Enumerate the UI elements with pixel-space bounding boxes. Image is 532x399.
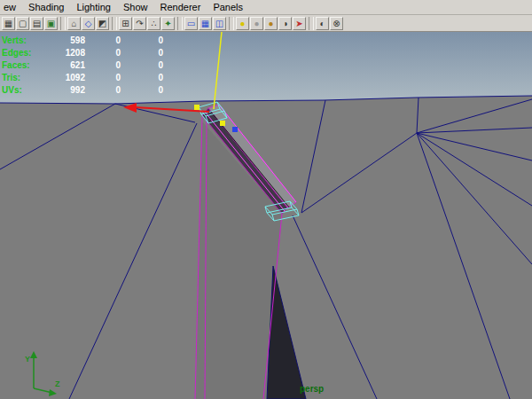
menu-lighting[interactable]: Lighting bbox=[76, 2, 111, 12]
hud-value: 0 bbox=[121, 72, 163, 84]
layout-persp-outliner-icon[interactable]: ◫ bbox=[213, 17, 226, 30]
hud-value: 1092 bbox=[39, 72, 85, 84]
snap-grid-icon[interactable]: ⊞ bbox=[119, 17, 132, 30]
hud-value: 0 bbox=[121, 59, 163, 72]
snap-point-icon[interactable]: ∴ bbox=[147, 17, 160, 30]
toolbar-separator bbox=[309, 17, 314, 30]
wireframe-mode-icon[interactable]: ● bbox=[236, 17, 249, 30]
menu-view[interactable]: ew bbox=[4, 2, 16, 12]
toolbar: ▦ ▢ ▤ ▣ ⌂ ◇ ◩ ⊞ ↷ ∴ ✦ ▭ ▦ ◫ ● ● ● ◑ ➤ ◐ … bbox=[0, 15, 532, 32]
new-scene-icon[interactable]: ▢ bbox=[16, 17, 29, 30]
menu-shading[interactable]: Shading bbox=[28, 2, 64, 12]
use-lights-icon[interactable]: ◑ bbox=[278, 17, 292, 30]
hud-value: 0 bbox=[121, 47, 163, 59]
toolbar-separator bbox=[229, 17, 234, 30]
axis-y-label: Y bbox=[25, 355, 30, 364]
hud-row-uvs: UVs: 992 0 0 bbox=[2, 84, 163, 97]
select-hierarchy-icon[interactable]: ⌂ bbox=[67, 17, 81, 30]
hud-value: 0 bbox=[85, 84, 121, 97]
hud-label: UVs: bbox=[2, 84, 39, 97]
manipulator-handle-blue[interactable] bbox=[232, 127, 238, 132]
show-grid-icon[interactable]: ▦ bbox=[2, 17, 15, 30]
render-current-frame-icon[interactable]: ◐ bbox=[316, 17, 329, 30]
hud-value: 1208 bbox=[39, 47, 85, 59]
hud-row-faces: Faces: 621 0 0 bbox=[2, 59, 163, 72]
hud-value: 621 bbox=[39, 59, 85, 72]
hud-value: 0 bbox=[85, 59, 121, 72]
hud-value: 0 bbox=[121, 35, 163, 47]
snap-curve-icon[interactable]: ↷ bbox=[133, 17, 146, 30]
menu-panels[interactable]: Panels bbox=[213, 2, 243, 12]
perspective-viewport[interactable]: Y Z Verts: 598 0 0 Edges: 1208 0 0 Faces… bbox=[0, 32, 532, 399]
hud-row-verts: Verts: 598 0 0 bbox=[2, 35, 163, 47]
hud-value: 0 bbox=[85, 72, 121, 84]
hud-value: 0 bbox=[121, 84, 163, 97]
hud-label: Tris: bbox=[2, 72, 39, 84]
hud-label: Faces: bbox=[2, 59, 39, 72]
hud-value: 992 bbox=[39, 84, 85, 97]
shaded-mode-icon[interactable]: ● bbox=[250, 17, 263, 30]
textured-mode-icon[interactable]: ● bbox=[264, 17, 278, 30]
save-scene-icon[interactable]: ▣ bbox=[44, 17, 58, 30]
construction-history-icon[interactable]: ✦ bbox=[161, 17, 175, 30]
manipulator-handle-yellow-1[interactable] bbox=[194, 105, 200, 110]
axis-z-label: Z bbox=[55, 379, 60, 388]
toolbar-separator bbox=[112, 17, 117, 30]
open-scene-icon[interactable]: ▤ bbox=[30, 17, 43, 30]
camera-name-label: persp bbox=[300, 384, 324, 394]
select-object-icon[interactable]: ◇ bbox=[82, 17, 95, 30]
heads-up-display: Verts: 598 0 0 Edges: 1208 0 0 Faces: 62… bbox=[2, 35, 163, 97]
hud-label: Edges: bbox=[2, 47, 39, 59]
select-component-icon[interactable]: ◩ bbox=[96, 17, 109, 30]
menu-show[interactable]: Show bbox=[123, 2, 148, 12]
ipr-render-icon[interactable]: ⊗ bbox=[330, 17, 343, 30]
hud-value: 0 bbox=[85, 35, 121, 47]
toolbar-separator bbox=[60, 17, 66, 30]
layout-single-pane-icon[interactable]: ▭ bbox=[184, 17, 198, 30]
hud-label: Verts: bbox=[2, 35, 39, 47]
hud-row-tris: Tris: 1092 0 0 bbox=[2, 72, 163, 84]
manipulator-handle-yellow-2[interactable] bbox=[220, 121, 225, 126]
select-arrow-icon[interactable]: ➤ bbox=[293, 17, 306, 30]
hud-value: 0 bbox=[85, 47, 121, 59]
toolbar-separator bbox=[177, 17, 183, 30]
menubar: ew Shading Lighting Show Renderer Panels bbox=[0, 0, 532, 15]
hud-value: 598 bbox=[39, 35, 85, 47]
hud-row-edges: Edges: 1208 0 0 bbox=[2, 47, 163, 59]
layout-four-pane-icon[interactable]: ▦ bbox=[199, 17, 212, 30]
menu-renderer[interactable]: Renderer bbox=[160, 2, 201, 12]
